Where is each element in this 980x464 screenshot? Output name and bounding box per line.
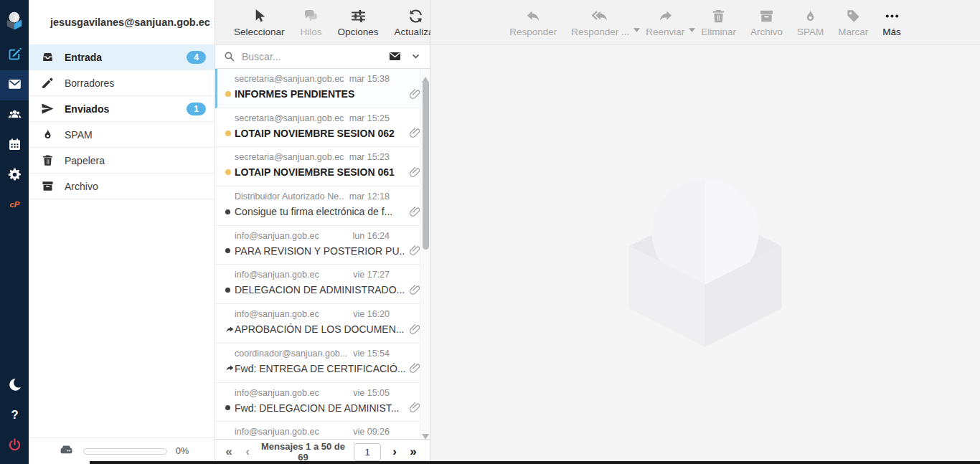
toolbar-button-label: Archivo — [750, 27, 783, 37]
message-row[interactable]: coordinador@sanjuan.gob....vie 15:54Fwd:… — [215, 344, 430, 383]
folder-label: Enviados — [65, 103, 187, 115]
message-sender: info@sanjuan.gob.ec — [235, 309, 347, 319]
message-list-column: SeleccionarHilosOpcionesActualizar secre… — [215, 0, 430, 464]
last-page-button[interactable]: » — [404, 445, 423, 459]
message-meta-line: coordinador@sanjuan.gob....vie 15:54 — [235, 344, 424, 359]
message-meta-line: info@sanjuan.gob.eclun 16:24 — [235, 226, 424, 241]
folder-label: SPAM — [65, 129, 206, 141]
message-subject: DELEGACION DE ADMINISTRADO... — [235, 284, 405, 295]
toolbar-button-label: Más — [882, 27, 901, 37]
scroll-down-icon[interactable] — [422, 430, 429, 435]
message-meta-line: secretaria@sanjuan.gob.ecmar 15:25 — [235, 108, 424, 123]
list-scrollbar[interactable] — [420, 69, 430, 439]
arrow-marker-icon — [225, 325, 235, 334]
message-sender: secretaria@sanjuan.gob.ec — [235, 152, 344, 162]
message-row[interactable]: info@sanjuan.gob.eclun 16:24PARA REVISIO… — [215, 226, 430, 265]
help-button[interactable]: ? — [0, 401, 29, 431]
unread-count-badge: 4 — [187, 51, 206, 64]
quota-bar: 0% — [29, 437, 215, 464]
message-meta-line: info@sanjuan.gob.ecvie 17:27 — [235, 265, 424, 280]
dot-dark-marker-icon — [225, 405, 235, 410]
archive-icon — [758, 6, 775, 25]
webmail-app: cP ? jesusgavilanes@sanjuan.gob.ec Entra… — [0, 0, 980, 464]
message-sender: info@sanjuan.gob.ec — [235, 231, 347, 241]
cpanel-icon: cP — [7, 197, 22, 215]
message-meta-line: info@sanjuan.gob.ecvie 09:26 — [235, 422, 424, 437]
unread-count-badge: 1 — [187, 103, 206, 115]
chevron-down-icon[interactable] — [410, 51, 421, 62]
seleccionar-button[interactable]: Seleccionar — [234, 6, 285, 44]
message-row[interactable]: secretaria@sanjuan.gob.ecmar 15:25LOTAIP… — [215, 108, 430, 148]
toolbar-button-label: SPAM — [797, 27, 824, 37]
pencil-icon — [41, 76, 55, 90]
inbox-icon — [41, 50, 55, 64]
message-toolbar: ResponderResponder ...ReenviarEliminarAr… — [430, 0, 980, 44]
reading-pane — [430, 44, 980, 464]
message-row[interactable]: secretaria@sanjuan.gob.ecmar 15:38INFORM… — [215, 69, 430, 108]
dot-dark-marker-icon — [225, 288, 235, 293]
sidebar-item-entrada[interactable]: Entrada4 — [29, 44, 215, 70]
dot-yellow-marker-icon — [225, 91, 235, 97]
dots-icon — [884, 6, 900, 25]
dark-mode-button[interactable] — [0, 371, 29, 401]
sidebar-item-enviados[interactable]: Enviados1 — [29, 96, 215, 122]
icon-rail: cP ? — [0, 0, 29, 464]
main-pane: ResponderResponder ...ReenviarEliminarAr… — [430, 0, 980, 464]
compose-button[interactable] — [0, 40, 29, 70]
forward-icon — [657, 6, 674, 25]
reply-all-icon — [592, 6, 608, 25]
message-meta-line: Distribuidor Autorizado Ne...mar 12:18 — [235, 186, 424, 202]
prev-page-button[interactable]: ‹ — [238, 445, 257, 459]
más-button[interactable]: Más — [882, 6, 901, 44]
message-sender: secretaria@sanjuan.gob.ec — [235, 74, 344, 84]
message-row[interactable]: info@sanjuan.gob.ecvie 09:26 — [215, 422, 430, 439]
message-time: mar 15:25 — [349, 113, 390, 123]
reply-icon — [525, 6, 542, 25]
scrollbar-thumb[interactable] — [423, 80, 429, 250]
message-meta-line: secretaria@sanjuan.gob.ecmar 15:38 — [235, 69, 424, 84]
message-meta-line: info@sanjuan.gob.ecvie 16:20 — [235, 304, 424, 319]
message-row[interactable]: info@sanjuan.gob.ecvie 16:20APROBACIÓN D… — [215, 304, 430, 344]
mail-button[interactable] — [0, 70, 29, 100]
message-time: vie 17:27 — [353, 270, 390, 280]
message-meta-line: secretaria@sanjuan.gob.ecmar 15:23 — [235, 147, 424, 162]
toolbar-button-label: Responder ... — [571, 27, 629, 37]
logout-button[interactable] — [0, 431, 29, 461]
message-time: mar 15:38 — [349, 74, 390, 84]
message-row[interactable]: info@sanjuan.gob.ecvie 15:05Fwd: DELEGAC… — [215, 383, 430, 422]
message-sender: coordinador@sanjuan.gob.... — [235, 349, 347, 359]
sidebar-item-papelera[interactable]: Papelera — [29, 148, 215, 174]
message-subject: APROBACIÓN DE LOS DOCUMEN... — [235, 323, 405, 335]
toolbar-button-label: Responder — [509, 27, 557, 37]
marcar-button: Marcar — [838, 6, 868, 44]
search-input[interactable] — [242, 51, 388, 62]
bottom-edge-bar — [90, 461, 980, 464]
page-number-input[interactable] — [354, 443, 381, 461]
trash-icon — [710, 6, 727, 25]
message-sender: Distribuidor Autorizado Ne... — [235, 191, 344, 202]
dot-yellow-marker-icon — [225, 169, 235, 175]
caret-down-icon — [689, 6, 695, 44]
svg-text:?: ? — [11, 408, 18, 422]
sidebar-item-spam[interactable]: SPAM — [29, 122, 215, 148]
dot-yellow-marker-icon — [225, 131, 235, 136]
message-row[interactable]: Distribuidor Autorizado Ne...mar 12:18Co… — [215, 186, 430, 226]
first-page-button[interactable]: « — [220, 445, 238, 459]
arrow-marker-icon — [225, 364, 235, 373]
message-row[interactable]: secretaria@sanjuan.gob.ecmar 15:23LOTAIP… — [215, 147, 430, 186]
contacts-button[interactable] — [0, 100, 29, 131]
svg-text:cP: cP — [9, 200, 19, 209]
source-envelope-icon[interactable] — [388, 49, 402, 63]
next-page-button[interactable]: › — [385, 445, 404, 459]
scroll-up-icon[interactable] — [422, 72, 429, 78]
message-row[interactable]: info@sanjuan.gob.ecvie 17:27DELEGACION D… — [215, 265, 430, 304]
calendar-button[interactable] — [0, 131, 29, 161]
opciones-button[interactable]: Opciones — [338, 6, 379, 44]
quota-progress — [83, 448, 167, 455]
sidebar-item-archivo[interactable]: Archivo — [29, 174, 215, 199]
sidebar-item-borradores[interactable]: Borradores — [29, 70, 215, 96]
account-header: jesusgavilanes@sanjuan.gob.ec — [29, 0, 215, 44]
settings-button[interactable] — [0, 161, 29, 191]
cpanel-button[interactable]: cP — [0, 191, 29, 221]
message-subject: INFORMES PENDIENTES — [235, 88, 405, 100]
